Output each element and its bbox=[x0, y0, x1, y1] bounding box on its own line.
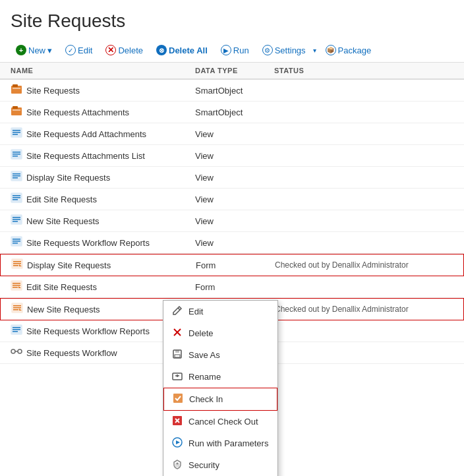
edit-button[interactable]: ✓ Edit bbox=[60, 42, 98, 58]
svg-point-65 bbox=[177, 463, 179, 465]
table-row[interactable]: Site Requests Attachments List View bbox=[0, 145, 464, 167]
svg-rect-23 bbox=[13, 217, 20, 218]
table-row[interactable]: Site Requests Workflow Reports View bbox=[0, 232, 464, 254]
svg-rect-27 bbox=[13, 239, 20, 240]
package-label: Package bbox=[338, 45, 372, 55]
svg-rect-11 bbox=[13, 152, 20, 153]
row-type: SmartObject bbox=[195, 107, 274, 117]
row-name: Site Requests Workflow bbox=[26, 348, 117, 358]
row-name: Display Site Requests bbox=[26, 173, 110, 183]
col-status: STATUS bbox=[274, 67, 453, 74]
context-menu-item-delete[interactable]: Delete bbox=[163, 322, 277, 344]
package-button[interactable]: 📦 Package bbox=[320, 42, 377, 58]
name-cell: Site Requests Workflow Reports bbox=[11, 235, 195, 250]
row-type: Form bbox=[196, 260, 275, 270]
row-name: Site Requests Attachments bbox=[26, 107, 129, 117]
row-type: View bbox=[195, 238, 274, 248]
svg-rect-55 bbox=[175, 350, 179, 353]
svg-rect-58 bbox=[173, 394, 183, 403]
svg-rect-24 bbox=[13, 219, 20, 220]
context-menu-item-cancel_checkout[interactable]: Cancel Check Out bbox=[163, 411, 277, 432]
svg-rect-29 bbox=[13, 243, 18, 244]
view-icon bbox=[11, 192, 22, 206]
svg-rect-43 bbox=[13, 309, 18, 311]
svg-rect-38 bbox=[13, 287, 18, 288]
menu-item-label: Check In bbox=[189, 394, 223, 404]
delete-all-button[interactable]: ⊗ Delete All bbox=[151, 42, 213, 58]
settings-button[interactable]: ⚙ Settings bbox=[257, 42, 311, 58]
run-button[interactable]: ▶ Run bbox=[216, 42, 254, 58]
settings-dropdown-arrow[interactable]: ▾ bbox=[312, 44, 318, 57]
svg-rect-5 bbox=[13, 109, 20, 111]
row-name: New Site Requests bbox=[26, 216, 100, 226]
table-row[interactable]: New Site Requests View bbox=[0, 210, 464, 232]
edit-icon: ✓ bbox=[65, 45, 76, 55]
check_in-icon bbox=[172, 393, 184, 405]
menu-item-label: Save As bbox=[188, 350, 220, 360]
svg-rect-20 bbox=[13, 197, 20, 198]
table-row[interactable]: Display Site Requests Form Checked out b… bbox=[0, 254, 464, 276]
row-status: Checked out by Denallix Administrator bbox=[275, 260, 453, 270]
new-dropdown-arrow[interactable]: ▾ bbox=[47, 45, 52, 55]
run-label: Run bbox=[233, 45, 249, 55]
context-menu-item-run_params[interactable]: Run with Parameters bbox=[163, 432, 277, 454]
menu-item-label: Run with Parameters bbox=[188, 438, 268, 448]
row-name: Site Requests bbox=[26, 86, 80, 96]
settings-label: Settings bbox=[275, 45, 306, 55]
row-type: View bbox=[195, 129, 274, 139]
table-row[interactable]: Edit Site Requests Form bbox=[0, 276, 464, 298]
table-row[interactable]: Display Site Requests View bbox=[0, 167, 464, 189]
svg-rect-9 bbox=[13, 134, 18, 135]
edit-icon bbox=[171, 305, 183, 318]
context-menu: Edit Delete Save As Rename Check In Canc… bbox=[163, 300, 278, 476]
table-row[interactable]: Site Requests SmartObject bbox=[0, 80, 464, 102]
svg-rect-19 bbox=[13, 195, 20, 196]
table-row[interactable]: Edit Site Requests View bbox=[0, 189, 464, 210]
row-type: View bbox=[195, 216, 274, 226]
svg-rect-21 bbox=[13, 199, 18, 200]
save_as-icon bbox=[171, 349, 183, 361]
page-title: Site Requests bbox=[0, 0, 464, 38]
delete-icon bbox=[171, 327, 183, 340]
security-icon bbox=[171, 459, 183, 471]
context-menu-item-save_as[interactable]: Save As bbox=[163, 344, 277, 366]
view-icon bbox=[11, 235, 22, 250]
settings-dropdown: ⚙ Settings ▾ bbox=[257, 42, 318, 58]
row-name: New Site Requests bbox=[27, 305, 100, 314]
table-row[interactable]: Site Requests Add Attachments View bbox=[0, 123, 464, 145]
row-type: View bbox=[195, 194, 274, 204]
row-name: Site Requests Workflow Reports bbox=[26, 326, 150, 336]
view-icon bbox=[11, 127, 22, 141]
new-label: New bbox=[28, 45, 45, 55]
svg-rect-41 bbox=[13, 305, 21, 307]
menu-item-label: Edit bbox=[188, 307, 203, 316]
context-menu-item-edit[interactable]: Edit bbox=[163, 301, 277, 322]
name-cell: New Site Requests bbox=[11, 214, 195, 228]
context-menu-item-check_in[interactable]: Check In bbox=[163, 388, 277, 411]
row-name: Site Requests Workflow Reports bbox=[26, 238, 150, 248]
name-cell: Edit Site Requests bbox=[11, 192, 195, 206]
delete-button[interactable]: ✕ Delete bbox=[100, 42, 148, 58]
new-button[interactable]: + New ▾ bbox=[11, 42, 57, 58]
cancel_checkout-icon bbox=[171, 415, 183, 428]
rename-icon bbox=[171, 371, 183, 383]
form-icon bbox=[11, 280, 22, 294]
view-icon bbox=[11, 324, 22, 338]
run_params-icon bbox=[171, 437, 183, 450]
svg-rect-28 bbox=[13, 241, 20, 242]
table-row[interactable]: Site Requests Attachments SmartObject bbox=[0, 102, 464, 123]
delete-label: Delete bbox=[118, 45, 143, 55]
svg-rect-2 bbox=[13, 88, 20, 89]
delete-icon: ✕ bbox=[105, 45, 116, 55]
view-icon bbox=[11, 148, 22, 163]
run-icon: ▶ bbox=[221, 45, 231, 55]
context-menu-item-rename[interactable]: Rename bbox=[163, 366, 277, 388]
workflow-icon bbox=[11, 345, 22, 360]
toolbar: + New ▾ ✓ Edit ✕ Delete ⊗ Delete All ▶ R… bbox=[0, 38, 464, 63]
row-type: Form bbox=[195, 282, 274, 292]
context-menu-item-security[interactable]: Security bbox=[163, 454, 277, 476]
form-icon bbox=[11, 258, 23, 272]
svg-rect-17 bbox=[13, 177, 18, 179]
svg-rect-31 bbox=[13, 261, 21, 262]
row-status: Checked out by Denallix Administrator bbox=[275, 305, 453, 314]
